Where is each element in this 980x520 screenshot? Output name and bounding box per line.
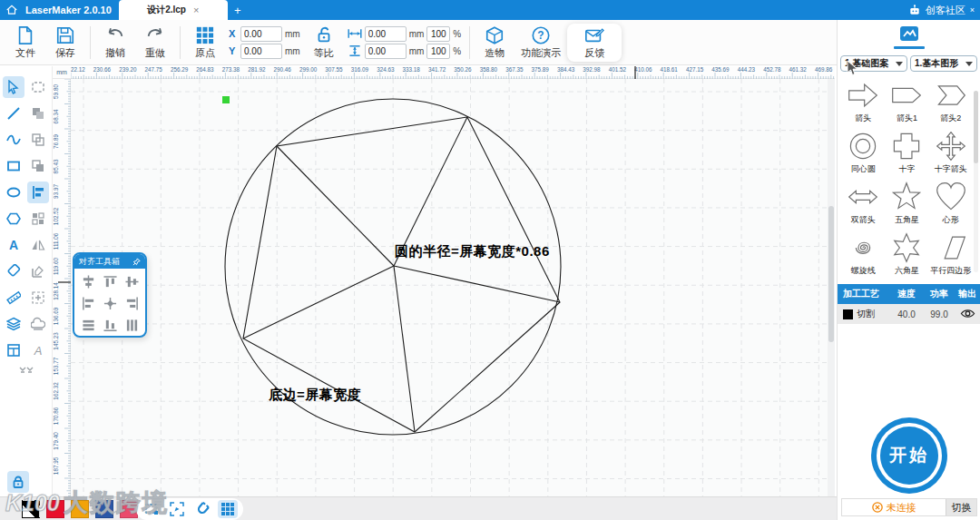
create-button[interactable]: 造物 (475, 25, 514, 60)
align-toolbox-header[interactable]: 对齐工具箱 (74, 254, 145, 269)
mirror-tool[interactable] (27, 234, 49, 256)
color-swatch-blue[interactable] (95, 500, 113, 518)
array-tool[interactable] (27, 208, 49, 230)
align-bottom-button[interactable] (99, 316, 121, 335)
shape-item-star5[interactable]: 五角星 (885, 179, 928, 230)
switch-device-button[interactable]: 切换 (946, 499, 976, 515)
rectangle-tool[interactable] (3, 155, 24, 177)
svg-text:247.75: 247.75 (145, 66, 163, 73)
shape-item-arrow[interactable]: 箭头 (841, 77, 885, 128)
connection-status[interactable]: 未连接 (842, 499, 946, 515)
origin-button[interactable]: 原点 (185, 25, 225, 60)
snap-magnet-button[interactable] (192, 500, 212, 518)
shape-item-arrow1[interactable]: 箭头1 (885, 77, 928, 128)
angle-tool[interactable] (27, 260, 49, 282)
document-tab[interactable]: 设计2.lcp × (119, 0, 228, 20)
line-tool[interactable] (3, 103, 24, 124)
align-top-button[interactable] (99, 272, 121, 291)
selection-frame-button[interactable] (142, 500, 162, 518)
mirror-icon (31, 238, 45, 252)
border-tool[interactable] (27, 287, 49, 309)
color-swatch-pink[interactable] (120, 500, 138, 518)
weld-tool[interactable] (27, 103, 49, 124)
process-row-cut[interactable]: 切割 40.0 99.0 (838, 304, 980, 324)
align-left-button[interactable] (77, 294, 99, 313)
height-percent-input[interactable]: 100 (426, 44, 450, 59)
height-percent-sign: % (453, 46, 461, 56)
layers-tool[interactable] (3, 313, 24, 335)
text-tool[interactable]: A (3, 234, 24, 256)
height-input[interactable] (365, 44, 407, 59)
grid-toggle-button[interactable] (218, 500, 238, 518)
community-close-icon[interactable]: × (970, 5, 975, 15)
five-point-star-icon (887, 182, 926, 212)
shape-item-parallelogram[interactable]: 平行四边形 (929, 230, 973, 280)
stamp-tool[interactable] (27, 313, 49, 335)
fit-view-button[interactable] (167, 500, 187, 518)
y-position-input[interactable] (240, 44, 282, 59)
align-right-button[interactable] (121, 294, 142, 313)
polygon-tool[interactable] (3, 208, 24, 230)
canvas-scrollbar[interactable] (828, 79, 835, 496)
new-tab-button[interactable]: + (228, 4, 248, 17)
shape-item-cross[interactable]: 十字 (885, 128, 928, 179)
eraser-tool[interactable] (3, 260, 24, 282)
distribute-vertical-button[interactable] (121, 316, 142, 335)
shape-library-tab[interactable] (838, 20, 980, 49)
tab-close-icon[interactable]: × (193, 5, 199, 15)
subtract-tool[interactable] (27, 155, 49, 177)
x-position-input[interactable] (240, 26, 282, 42)
aspect-lock-button[interactable]: 等比 (304, 25, 344, 60)
align-center-horizontal-button[interactable] (77, 272, 99, 291)
pin-icon[interactable] (132, 258, 141, 266)
app-window: LaserMaker 2.0.10 设计2.lcp × + 创客社区 × 文件 … (0, 0, 980, 520)
gallery-scrollbar-thumb[interactable] (974, 91, 978, 163)
distribute-horizontal-button[interactable] (77, 316, 99, 335)
shape-item-spiral[interactable]: 螺旋线 (841, 230, 885, 280)
demo-button[interactable]: ? 功能演示 (514, 25, 567, 60)
color-swatch-orange[interactable] (71, 500, 89, 518)
align-tool[interactable] (27, 182, 49, 203)
shape-item-star6[interactable]: 六角星 (885, 230, 928, 280)
ruler-tool[interactable] (3, 287, 24, 309)
align-toolbox[interactable]: 对齐工具箱 (73, 252, 147, 338)
shape-label: 同心圆 (851, 163, 876, 175)
align-center-both-button[interactable] (99, 294, 121, 313)
shape-item-heart[interactable]: 心形 (929, 179, 973, 230)
shape-label: 十字 (898, 163, 915, 175)
width-input[interactable] (365, 26, 407, 42)
color-swatch-red[interactable] (46, 500, 64, 518)
start-button[interactable]: 开始 (871, 417, 947, 494)
shape-item-concentric[interactable]: 同心圆 (841, 128, 885, 179)
feedback-button[interactable]: 反馈 (574, 25, 614, 60)
shape-item-arrow2[interactable]: 箭头2 (929, 77, 973, 128)
ellipse-tool[interactable] (3, 182, 24, 203)
width-percent-input[interactable]: 100 (426, 26, 450, 42)
select-tool[interactable] (3, 76, 24, 98)
home-button[interactable] (0, 0, 24, 20)
canvas-scrollbar-thumb[interactable] (828, 206, 834, 342)
curve-tool[interactable] (3, 129, 24, 151)
undo-button[interactable]: 撤销 (95, 25, 135, 60)
copy-tool[interactable] (27, 129, 49, 151)
shape-item-double-arrow[interactable]: 双箭头 (841, 179, 885, 230)
color-swatch-black[interactable] (22, 500, 40, 518)
category-select-2[interactable]: 1.基本图形 (910, 55, 977, 72)
marquee-tool[interactable] (27, 76, 49, 98)
palette-collapse-button[interactable] (0, 367, 52, 374)
table-tool[interactable] (3, 339, 24, 361)
process-power[interactable]: 99.0 (923, 309, 956, 319)
gallery-scrollbar[interactable] (974, 91, 978, 272)
eye-icon[interactable] (960, 308, 975, 319)
shape-item-cross-arrows[interactable]: 十字箭头 (929, 128, 973, 179)
file-button[interactable]: 文件 (5, 25, 45, 60)
process-speed[interactable]: 40.0 (890, 309, 923, 319)
community-link[interactable]: 创客社区 (926, 4, 965, 17)
skew-tool[interactable]: A (27, 339, 49, 361)
design-canvas[interactable]: 圆的半径=屏幕宽度*0.86 底边=屏幕宽度 对齐工具箱 (71, 79, 828, 496)
redo-button[interactable]: 重做 (135, 25, 175, 60)
lock-tool[interactable] (7, 471, 29, 493)
align-center-vertical-button[interactable] (121, 272, 142, 291)
svg-text:316.09: 316.09 (351, 66, 369, 73)
save-button[interactable]: 保存 (45, 25, 85, 60)
